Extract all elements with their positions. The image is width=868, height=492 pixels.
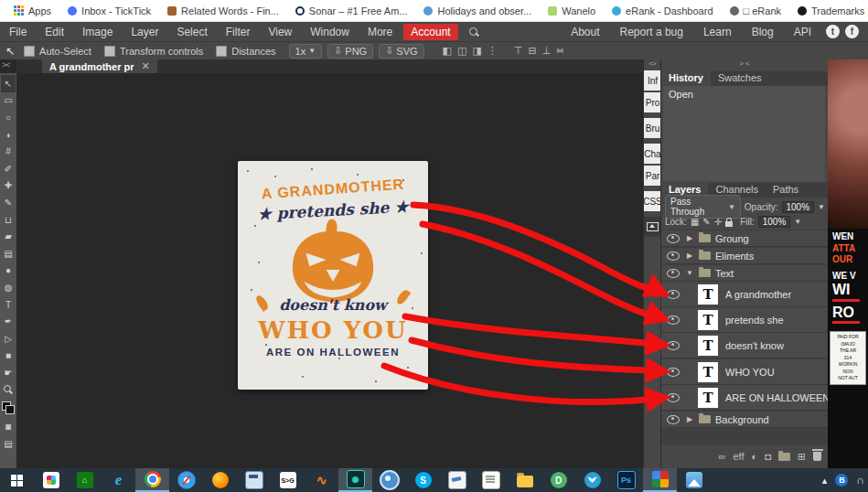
bookmark-erank-dashboard[interactable]: eRank - Dashboard — [605, 5, 719, 16]
distribute-vertical-icon[interactable]: ⋈ — [556, 48, 563, 55]
menu-api[interactable]: API — [785, 26, 820, 38]
panel-button-character[interactable]: Cha — [644, 144, 661, 164]
twitter-icon[interactable]: t — [826, 25, 840, 38]
close-tab-icon[interactable]: ✕ — [142, 60, 150, 72]
taskbar-file-explorer[interactable] — [508, 468, 541, 492]
align-center-icon[interactable]: ◫ — [457, 46, 466, 56]
collapse-caret-icon[interactable]: ▼ — [685, 269, 694, 277]
taskbar-photos[interactable] — [677, 468, 711, 492]
collapse-strip-icon[interactable]: <> — [644, 59, 660, 70]
bookmark-wanelo[interactable]: Wanelo — [541, 5, 602, 16]
taskbar-notepad[interactable] — [474, 468, 508, 492]
align-bottom-icon[interactable]: ⊥ — [542, 46, 552, 56]
opacity-slider-icon[interactable]: ▼ — [818, 203, 825, 211]
crop-tool[interactable]: # — [1, 143, 16, 160]
layer-group-text[interactable]: ▼ Text — [661, 265, 829, 282]
text-layer-thumbnail[interactable]: T — [698, 388, 718, 408]
taskbar-slack[interactable] — [34, 468, 68, 492]
new-group-icon[interactable] — [778, 453, 790, 461]
panel-button-thumbnail-icon[interactable] — [644, 217, 661, 237]
marquee-tool[interactable]: ▭ — [1, 92, 16, 110]
export-svg-button[interactable]: ⇩SVG — [379, 44, 423, 59]
layer-group-groung[interactable]: ▶ Groung — [661, 230, 829, 247]
quick-selection-tool[interactable]: ◖ — [1, 126, 16, 144]
adjustment-layer-icon[interactable]: ◐ — [751, 452, 757, 462]
layer-effects-button[interactable]: eff — [733, 452, 744, 462]
history-entry-open[interactable]: Open — [663, 86, 825, 102]
eyedropper-tool[interactable]: ✐ — [1, 160, 16, 177]
taskbar-monster-app[interactable]: ◉ — [338, 468, 372, 492]
expand-caret-icon[interactable]: ▶ — [685, 234, 694, 242]
visibility-eye-icon[interactable] — [667, 316, 680, 325]
gradient-tool[interactable]: ▤ — [1, 245, 16, 262]
pixel-ratio-dropdown[interactable]: 1x▼ — [289, 44, 323, 59]
hand-tool[interactable]: ☛ — [1, 364, 16, 381]
expand-caret-icon[interactable]: ▶ — [685, 415, 694, 423]
menu-more[interactable]: More — [359, 26, 402, 38]
lasso-tool[interactable]: ○ — [1, 109, 16, 126]
menu-layer[interactable]: Layer — [122, 26, 167, 38]
lock-position-icon[interactable]: ✛ — [714, 217, 722, 227]
auto-select-checkbox[interactable] — [24, 46, 35, 57]
headset-icon[interactable]: ∩ — [856, 474, 864, 487]
layer-group-eliments[interactable]: ▶ Eliments — [661, 248, 829, 264]
taskbar-calculator[interactable] — [237, 468, 271, 492]
align-middle-icon[interactable]: ⊟ — [528, 46, 536, 56]
tab-history[interactable]: History — [661, 71, 711, 86]
type-tool[interactable]: T — [1, 296, 16, 314]
menu-window[interactable]: Window — [301, 26, 359, 38]
panel-button-properties[interactable]: Pro — [644, 92, 661, 112]
bookmark-ticktick[interactable]: Inbox - TickTick — [61, 5, 157, 16]
taskbar-safari[interactable] — [169, 468, 203, 492]
bookmark-sonar[interactable]: Sonar – #1 Free Am... — [289, 5, 414, 16]
layer-pretends-she[interactable]: T pretends she — [661, 307, 829, 333]
visibility-eye-icon[interactable] — [667, 234, 680, 243]
tab-swatches[interactable]: Swatches — [711, 71, 769, 86]
visibility-eye-icon[interactable] — [667, 415, 680, 424]
layer-mask-icon[interactable]: ◘ — [765, 452, 771, 462]
distances-checkbox[interactable] — [216, 46, 227, 57]
search-icon[interactable] — [469, 27, 478, 37]
taskbar-wave-app[interactable]: ∿ — [305, 468, 338, 492]
blur-tool[interactable]: ● — [1, 262, 16, 280]
layer-a-grandmother[interactable]: T A grandmother — [661, 282, 829, 307]
lock-transparency-icon[interactable]: ▦ — [691, 217, 699, 227]
visibility-eye-icon[interactable] — [667, 341, 680, 350]
link-layers-icon[interactable]: ∞ — [719, 452, 726, 462]
new-layer-icon[interactable]: ⊞ — [798, 452, 806, 462]
visibility-eye-icon[interactable] — [667, 368, 680, 377]
panel-button-info[interactable]: Inf — [644, 70, 661, 91]
layer-group-background[interactable]: ▶ Background — [661, 412, 829, 428]
menu-edit[interactable]: Edit — [36, 26, 73, 38]
layer-who-you[interactable]: T WHO YOU — [661, 359, 829, 385]
fill-value[interactable]: 100% — [758, 216, 791, 228]
healing-brush-tool[interactable]: ✚ — [1, 177, 16, 195]
distribute-horizontal-icon[interactable]: ⋮ — [488, 46, 498, 56]
menu-blog[interactable]: Blog — [743, 26, 783, 38]
tray-expand-caret-icon[interactable]: ▴ — [822, 475, 828, 487]
text-layer-thumbnail[interactable]: T — [698, 336, 718, 356]
document-tab[interactable]: A grandmother pr ✕ — [42, 59, 157, 73]
align-left-icon[interactable]: ◧ — [443, 46, 452, 56]
zoom-tool[interactable] — [1, 381, 16, 399]
menu-about[interactable]: About — [562, 26, 608, 38]
bookmark-uspto[interactable]: Trademarks | USPTO — [791, 5, 868, 16]
tab-paths[interactable]: Paths — [766, 183, 806, 198]
rectangle-tool[interactable]: ■ — [1, 348, 16, 365]
transform-controls-checkbox[interactable] — [104, 46, 115, 57]
distances-option[interactable]: Distances — [216, 46, 275, 57]
path-select-tool[interactable]: ▷ — [1, 330, 16, 348]
taskbar-record-app[interactable] — [372, 468, 406, 492]
layer-doesnt-know[interactable]: T doesn't know — [661, 333, 829, 358]
collapse-panels-icon[interactable]: > < — [661, 59, 828, 70]
pen-tool[interactable]: ✒ — [1, 313, 16, 330]
eraser-tool[interactable]: ▰ — [1, 228, 16, 245]
panel-button-paragraph[interactable]: Par — [644, 166, 661, 186]
visibility-eye-icon[interactable] — [667, 269, 680, 278]
layer-are-on-halloween[interactable]: T ARE ON HALLOWEEN — [661, 385, 829, 411]
taskbar-whiteboard[interactable] — [440, 468, 474, 492]
bluetooth-icon[interactable]: B — [835, 474, 848, 487]
bookmark-related-words[interactable]: Related Words - Fin... — [161, 5, 285, 16]
menu-image[interactable]: Image — [73, 26, 122, 38]
menu-view[interactable]: View — [259, 26, 301, 38]
